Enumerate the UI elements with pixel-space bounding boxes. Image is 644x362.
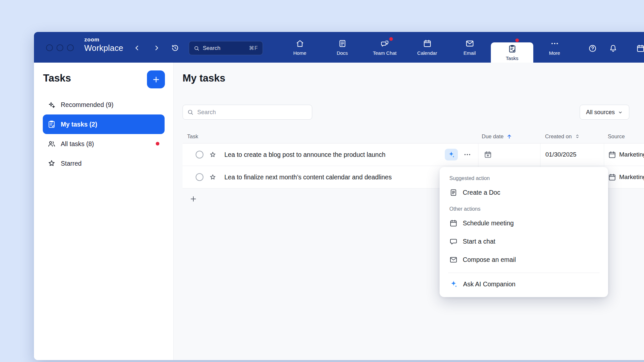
created-on-cell: 01/30/2025 <box>540 143 604 166</box>
sidebar-item-recommended[interactable]: Recommended (9) <box>43 95 165 114</box>
sources-filter-value: All sources <box>586 109 615 116</box>
topbar: zoom Workplace Search ⌘F Home <box>34 32 644 63</box>
sidebar-item-my-tasks[interactable]: My tasks (2) <box>43 114 165 134</box>
home-icon <box>296 39 304 48</box>
popup-item-ask-ai-companion[interactable]: Ask AI Companion <box>440 275 608 293</box>
window-zoom-button[interactable] <box>67 44 74 51</box>
sidebar-item-label: All tasks (8) <box>61 140 94 148</box>
forward-button[interactable] <box>151 42 162 54</box>
doc-icon <box>449 189 458 197</box>
popup-item-create-doc[interactable]: Create a Doc <box>440 183 608 202</box>
sidebar-title: Tasks <box>43 71 71 85</box>
source-cell: Marketing <box>604 166 644 188</box>
primary-navigation: Home Docs Team Chat Calendar Emai <box>279 32 576 63</box>
nav-item-tasks[interactable]: Tasks <box>491 42 533 63</box>
chat-icon <box>449 237 458 246</box>
page-title: My tasks <box>183 71 225 85</box>
logo-workplace-text: Workplace <box>84 44 123 52</box>
window-minimize-button[interactable] <box>56 44 63 51</box>
zoom-workplace-window: zoom Workplace Search ⌘F Home <box>34 32 644 360</box>
nav-label: Docs <box>337 50 348 56</box>
nav-item-email[interactable]: Email <box>448 32 491 63</box>
sources-filter-dropdown[interactable]: All sources <box>580 105 629 120</box>
global-search[interactable]: Search ⌘F <box>189 41 263 55</box>
sort-ascending-icon <box>506 133 512 140</box>
nav-item-calendar[interactable]: Calendar <box>406 32 448 63</box>
sparkle-icon <box>47 100 56 109</box>
nav-item-team-chat[interactable]: Team Chat <box>363 32 406 63</box>
all-tasks-badge <box>156 142 159 145</box>
header-due-date[interactable]: Due date <box>478 129 540 143</box>
suggested-actions-popup: Suggested action Create a Doc Other acti… <box>440 167 608 297</box>
popup-item-label: Create a Doc <box>463 189 500 196</box>
team-chat-badge <box>389 37 393 41</box>
chevron-down-icon <box>618 110 623 115</box>
task-title[interactable]: Lea to create a blog post to announce th… <box>224 151 385 158</box>
search-icon <box>187 109 194 115</box>
task-complete-radio[interactable] <box>196 151 203 158</box>
popup-item-start-chat[interactable]: Start a chat <box>440 232 608 250</box>
window-controls <box>46 44 74 51</box>
help-icon <box>588 44 597 53</box>
people-icon <box>47 140 56 148</box>
history-button[interactable] <box>169 42 181 54</box>
task-title[interactable]: Lea to finalize next month’s content cal… <box>224 173 392 181</box>
due-date-cell[interactable] <box>478 143 540 166</box>
team-chat-icon <box>380 39 389 48</box>
tasks-search-input[interactable] <box>197 109 308 116</box>
sidebar-item-starred[interactable]: Starred <box>43 154 165 173</box>
tasks-badge <box>515 38 519 42</box>
calendar-widget-button[interactable] <box>635 42 644 54</box>
nav-label: Calendar <box>417 50 437 56</box>
plus-icon <box>152 75 160 84</box>
task-complete-radio[interactable] <box>196 173 203 181</box>
popup-divider <box>448 273 600 273</box>
nav-label: Tasks <box>506 55 518 61</box>
window-close-button[interactable] <box>46 44 53 51</box>
source-cell: Marketing <box>604 143 644 166</box>
add-task-button[interactable] <box>147 70 165 88</box>
nav-item-home[interactable]: Home <box>279 32 321 63</box>
ai-companion-button[interactable] <box>445 149 458 160</box>
tasks-search[interactable] <box>183 105 312 120</box>
table-header-row: Task Due date Created on Source <box>183 129 644 143</box>
star-icon[interactable] <box>209 151 217 158</box>
sidebar-item-all-tasks[interactable]: All tasks (8) <box>43 134 165 154</box>
zoom-workplace-logo: zoom Workplace <box>84 37 123 52</box>
header-task: Task <box>183 129 478 143</box>
ellipsis-icon <box>463 150 472 159</box>
global-search-shortcut: ⌘F <box>249 45 258 51</box>
popup-item-label: Schedule meeting <box>463 219 514 227</box>
popup-section-label: Suggested action <box>449 175 608 182</box>
search-icon <box>194 45 200 51</box>
task-list-icon <box>47 120 56 128</box>
popup-section-label: Other actions <box>449 205 608 213</box>
popup-item-schedule-meeting[interactable]: Schedule meeting <box>440 214 608 232</box>
source-calendar-icon <box>608 151 616 159</box>
email-icon <box>465 39 474 48</box>
sort-toggle-icon <box>574 133 580 139</box>
desktop-background: zoom Workplace Search ⌘F Home <box>0 0 644 362</box>
ai-sparkle-icon <box>449 280 458 288</box>
calendar-icon <box>423 39 432 48</box>
calendar-icon <box>449 219 458 227</box>
back-button[interactable] <box>131 42 143 54</box>
logo-zoom-text: zoom <box>84 37 123 42</box>
add-task-inline-button[interactable] <box>188 194 198 204</box>
nav-item-more[interactable]: More <box>533 32 576 63</box>
notifications-button[interactable] <box>607 42 619 54</box>
add-due-date-icon <box>484 150 492 159</box>
global-search-label: Search <box>203 45 246 52</box>
nav-label: Email <box>463 50 476 56</box>
nav-item-docs[interactable]: Docs <box>321 32 363 63</box>
tasks-sidebar: Tasks Recommended (9) My tasks (2) All t… <box>34 63 174 360</box>
row-more-button[interactable] <box>462 150 472 159</box>
help-button[interactable] <box>587 42 598 54</box>
email-icon <box>449 256 458 264</box>
popup-item-compose-email[interactable]: Compose an email <box>440 250 608 269</box>
star-icon[interactable] <box>209 173 217 181</box>
table-row: Lea to create a blog post to announce th… <box>183 143 644 166</box>
sidebar-menu: Recommended (9) My tasks (2) All tasks (… <box>43 95 165 173</box>
header-created-on[interactable]: Created on <box>540 129 604 143</box>
popup-item-label: Compose an email <box>463 256 516 264</box>
